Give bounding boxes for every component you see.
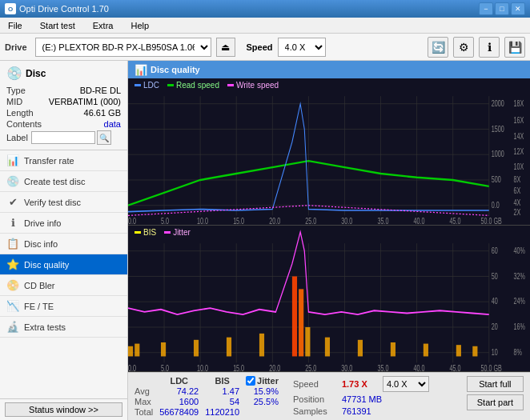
- svg-text:20.0: 20.0: [269, 217, 280, 225]
- sidebar-item-disc-quality-label: Disc quality: [24, 260, 69, 270]
- svg-text:16%: 16%: [514, 322, 525, 331]
- disc-label-label: Label: [6, 133, 28, 142]
- sidebar-item-fe-te[interactable]: 📉 FE / TE: [0, 296, 127, 317]
- disc-quality-icon: ⭐: [6, 258, 19, 270]
- chart1-svg: 0.0 5.0 10.0 15.0 20.0 25.0 30.0 35.0 40…: [128, 78, 530, 225]
- maximize-button[interactable]: □: [495, 2, 509, 15]
- svg-text:14X: 14X: [514, 132, 524, 142]
- sidebar-menu: 📊 Transfer rate 💿 Create test disc ✔ Ver…: [0, 150, 127, 338]
- disc-label-input[interactable]: [31, 131, 95, 144]
- drive-label: Drive: [5, 42, 27, 52]
- sidebar-item-extra-tests[interactable]: 🔬 Extra tests: [0, 317, 127, 338]
- type-value: BD-RE DL: [80, 86, 121, 95]
- disc-quality-header: 📊 Disc quality: [128, 61, 530, 78]
- bis-col-header: BIS: [205, 376, 239, 386]
- menu-help[interactable]: Help: [126, 19, 154, 32]
- drive-select[interactable]: (E:) PLEXTOR BD-R PX-LB950SA 1.06: [35, 38, 211, 57]
- ldc-max: 1600: [159, 397, 199, 406]
- start-part-button[interactable]: Start part: [467, 394, 524, 410]
- title-bar: O Opti Drive Control 1.70 − □ ✕: [0, 0, 530, 18]
- svg-rect-66: [391, 342, 395, 356]
- speed-select-stats[interactable]: 4.0 X: [383, 376, 429, 392]
- svg-rect-59: [227, 337, 231, 356]
- ldc-col-header: LDC: [159, 376, 199, 386]
- settings-button[interactable]: ⚙: [453, 37, 474, 58]
- svg-text:25.0: 25.0: [305, 363, 316, 371]
- contents-value: data: [104, 119, 121, 129]
- svg-rect-57: [161, 342, 166, 356]
- svg-rect-56: [135, 343, 139, 356]
- legend-read-speed: Read speed: [167, 81, 219, 90]
- contents-label: Contents: [6, 119, 42, 129]
- svg-rect-67: [424, 343, 428, 356]
- refresh-button[interactable]: 🔄: [428, 37, 448, 58]
- sidebar: 💿 Disc Type BD-RE DL MID VERBATIM1 (000)…: [0, 61, 128, 420]
- svg-text:25.0: 25.0: [305, 217, 316, 225]
- svg-text:5.0: 5.0: [161, 363, 169, 371]
- svg-rect-64: [325, 337, 330, 356]
- svg-text:5.0: 5.0: [161, 217, 169, 225]
- menu-bar: File Start test Extra Help: [0, 18, 530, 34]
- legend-write-speed: Write speed: [227, 81, 279, 90]
- sidebar-item-transfer-rate[interactable]: 📊 Transfer rate: [0, 150, 127, 171]
- start-full-button[interactable]: Start full: [467, 376, 524, 392]
- status-window-button[interactable]: Status window >>: [5, 402, 122, 417]
- sidebar-item-disc-quality[interactable]: ⭐ Disc quality: [0, 254, 127, 275]
- title-bar-left: O Opti Drive Control 1.70: [5, 3, 109, 14]
- sidebar-item-disc-info[interactable]: 📋 Disc info: [0, 234, 127, 254]
- svg-text:4X: 4X: [514, 198, 521, 207]
- transfer-rate-icon: 📊: [6, 154, 19, 166]
- sidebar-item-drive-info[interactable]: ℹ Drive info: [0, 213, 127, 234]
- svg-text:35.0: 35.0: [377, 363, 388, 371]
- bis-max: 54: [205, 397, 239, 406]
- svg-text:30.0: 30.0: [341, 217, 352, 225]
- svg-text:2000: 2000: [492, 98, 504, 108]
- samples-value: 761391: [342, 406, 371, 416]
- drive-info-icon: ℹ: [6, 217, 19, 229]
- svg-text:20.0: 20.0: [269, 363, 280, 371]
- sidebar-item-create-test-disc[interactable]: 💿 Create test disc: [0, 171, 127, 192]
- svg-text:45.0: 45.0: [450, 363, 461, 371]
- menu-start-test[interactable]: Start test: [35, 19, 80, 32]
- svg-text:6X: 6X: [514, 186, 521, 196]
- svg-text:30.0: 30.0: [341, 363, 352, 371]
- fe-te-icon: 📉: [6, 300, 19, 312]
- eject-button[interactable]: ⏏: [216, 38, 235, 57]
- length-value: 46.61 GB: [84, 108, 121, 118]
- menu-extra[interactable]: Extra: [88, 19, 118, 32]
- svg-text:10.0: 10.0: [197, 217, 208, 225]
- ldc-header: [135, 376, 153, 386]
- info-button[interactable]: ℹ: [479, 37, 500, 58]
- sidebar-item-cd-bler[interactable]: 📀 CD Bler: [0, 275, 127, 296]
- svg-text:45.0: 45.0: [450, 217, 461, 225]
- app-icon: O: [5, 3, 16, 14]
- chart1-container: LDC Read speed Write speed: [128, 78, 530, 226]
- jitter-total: [246, 407, 279, 417]
- jitter-max: 25.5%: [246, 397, 279, 406]
- jitter-col-area: Jitter: [246, 376, 279, 386]
- svg-text:40.0: 40.0: [414, 217, 425, 225]
- panel-title: Disc quality: [151, 65, 200, 74]
- svg-rect-60: [259, 333, 264, 356]
- position-key: Position: [293, 394, 337, 404]
- svg-text:32%: 32%: [514, 271, 525, 281]
- svg-text:8%: 8%: [514, 347, 522, 357]
- svg-text:35.0: 35.0: [377, 217, 388, 225]
- svg-text:20: 20: [492, 322, 498, 331]
- svg-rect-55: [128, 346, 133, 356]
- disc-label-button[interactable]: 🔍: [97, 130, 111, 145]
- chart2-container: BIS Jitter: [128, 226, 530, 373]
- minimize-button[interactable]: −: [479, 2, 493, 15]
- close-button[interactable]: ✕: [511, 2, 525, 15]
- jitter-checkbox[interactable]: [246, 376, 255, 386]
- bis-total: 1120210: [205, 407, 239, 417]
- sidebar-item-verify-test-disc[interactable]: ✔ Verify test disc: [0, 192, 127, 213]
- save-button[interactable]: 💾: [504, 37, 525, 58]
- svg-rect-63: [305, 326, 310, 356]
- menu-file[interactable]: File: [3, 19, 27, 32]
- svg-rect-62: [299, 289, 303, 356]
- speed-select[interactable]: 1.0 X 2.0 X 4.0 X 6.0 X 8.0 X: [278, 38, 326, 57]
- legend-bis: BIS: [135, 228, 156, 237]
- main-area: 💿 Disc Type BD-RE DL MID VERBATIM1 (000)…: [0, 61, 530, 420]
- sidebar-item-disc-info-label: Disc info: [24, 239, 58, 249]
